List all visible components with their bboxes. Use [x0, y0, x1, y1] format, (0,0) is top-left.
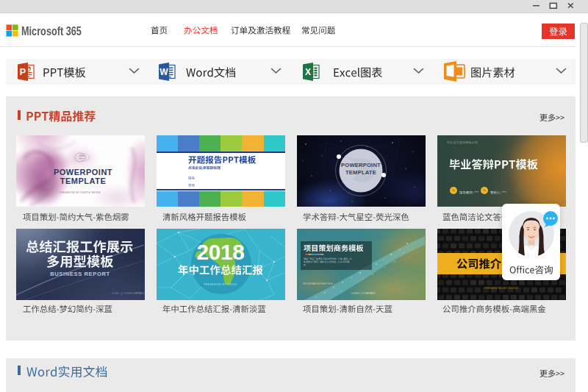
svg-text:TEMPLATE: TEMPLATE [345, 169, 376, 176]
svg-text:LOGO: LOGO [79, 154, 85, 157]
svg-text:POWERPOINT: POWERPOINT [341, 162, 381, 168]
svg-text:X: X [305, 67, 311, 77]
svg-text:P: P [19, 67, 25, 77]
svg-text:TEXT: TEXT [80, 157, 85, 159]
svg-text:✎: ✎ [452, 188, 456, 193]
svg-text:✎: ✎ [483, 188, 487, 193]
svg-text:W: W [159, 67, 168, 77]
